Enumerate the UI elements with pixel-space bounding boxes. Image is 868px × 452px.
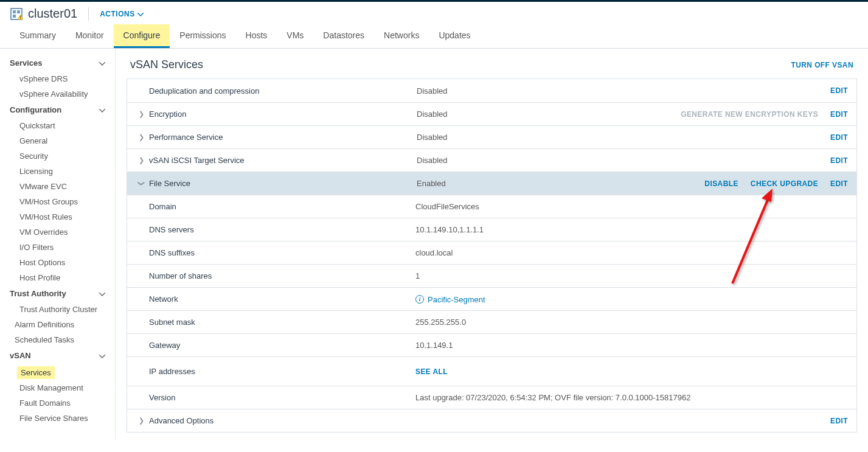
row-performance-service[interactable]: ❯ Performance Service Disabled EDIT xyxy=(127,125,856,148)
check-upgrade-button[interactable]: CHECK UPGRADE xyxy=(751,179,818,188)
sidebar-item-host-profile[interactable]: Host Profile xyxy=(0,270,115,285)
edit-button[interactable]: EDIT xyxy=(830,110,848,119)
sidebar: Services vSphere DRS vSphere Availabilit… xyxy=(0,49,116,440)
sidebar-item-vsphere-drs[interactable]: vSphere DRS xyxy=(0,71,115,86)
row-ip-addresses: IP addresses SEE ALL xyxy=(127,356,856,386)
tab-summary[interactable]: Summary xyxy=(10,24,66,48)
chevron-down-icon xyxy=(137,10,144,18)
row-value: Last upgrade: 07/23/2020, 6:54:32 PM; OV… xyxy=(415,393,848,402)
sidebar-item-quickstart[interactable]: Quickstart xyxy=(0,118,115,133)
sidebar-item-general[interactable]: General xyxy=(0,133,115,148)
sidebar-group-configuration[interactable]: Configuration xyxy=(0,102,115,118)
row-label: Encryption xyxy=(149,110,417,119)
tab-networks[interactable]: Networks xyxy=(374,24,429,48)
row-label: vSAN iSCSI Target Service xyxy=(149,156,417,165)
cluster-icon: ! xyxy=(10,7,23,21)
row-value: Disabled xyxy=(417,86,830,96)
row-network: Network i Pacific-Segment xyxy=(127,287,856,310)
sidebar-item-vsan-services[interactable]: Services xyxy=(17,366,55,379)
cluster-title: cluster01 xyxy=(28,7,77,21)
row-dedup: Deduplication and compression Disabled E… xyxy=(127,79,856,102)
row-iscsi-target[interactable]: ❯ vSAN iSCSI Target Service Disabled EDI… xyxy=(127,148,856,172)
page-header: ! cluster01 ACTIONS xyxy=(0,2,868,24)
row-version: Version Last upgrade: 07/23/2020, 6:54:3… xyxy=(127,386,856,409)
info-icon: i xyxy=(415,295,424,304)
row-domain: Domain CloudFileServices xyxy=(127,195,856,218)
row-label: Gateway xyxy=(136,341,415,350)
edit-button[interactable]: EDIT xyxy=(830,133,848,142)
see-all-button[interactable]: SEE ALL xyxy=(415,367,448,376)
sidebar-group-trust-authority[interactable]: Trust Authority xyxy=(0,285,115,302)
row-number-of-shares: Number of shares 1 xyxy=(127,264,856,287)
disable-button[interactable]: DISABLE xyxy=(704,179,738,188)
edit-button[interactable]: EDIT xyxy=(830,417,848,425)
sidebar-group-services[interactable]: Services xyxy=(0,55,115,71)
row-value: i Pacific-Segment xyxy=(415,294,848,304)
sidebar-item-host-options[interactable]: Host Options xyxy=(0,255,115,270)
chevron-down-icon xyxy=(99,105,105,114)
row-label: Domain xyxy=(136,202,415,211)
row-value: Enabled xyxy=(417,179,704,188)
chevron-right-icon: ❯ xyxy=(136,417,147,425)
row-label: Version xyxy=(136,393,415,402)
edit-button[interactable]: EDIT xyxy=(830,86,848,95)
edit-button[interactable]: EDIT xyxy=(830,156,848,165)
row-dns-suffixes: DNS suffixes cloud.local xyxy=(127,241,856,264)
tab-permissions[interactable]: Permissions xyxy=(170,24,235,48)
row-advanced-options[interactable]: ❯ Advanced Options EDIT xyxy=(127,409,856,432)
main-tabs: Summary Monitor Configure Permissions Ho… xyxy=(0,24,868,49)
turn-off-vsan-button[interactable]: TURN OFF VSAN xyxy=(791,61,853,69)
row-file-service[interactable]: ❯ File Service Enabled DISABLE CHECK UPG… xyxy=(127,172,856,195)
row-label: Network xyxy=(136,294,415,304)
sidebar-item-vsphere-availability[interactable]: vSphere Availability xyxy=(0,86,115,102)
row-label: Number of shares xyxy=(136,271,415,280)
sidebar-item-licensing[interactable]: Licensing xyxy=(0,164,115,179)
chevron-down-icon: ❯ xyxy=(137,178,145,189)
chevron-down-icon xyxy=(99,58,105,68)
sidebar-item-security[interactable]: Security xyxy=(0,148,115,164)
sidebar-item-io-filters[interactable]: I/O Filters xyxy=(0,240,115,255)
svg-rect-3 xyxy=(13,15,16,18)
sidebar-item-fault-domains[interactable]: Fault Domains xyxy=(0,395,115,411)
row-encryption[interactable]: ❯ Encryption Disabled GENERATE NEW ENCRY… xyxy=(127,102,856,125)
sidebar-item-trust-authority-cluster[interactable]: Trust Authority Cluster xyxy=(0,302,115,317)
tab-configure[interactable]: Configure xyxy=(114,24,170,48)
row-value: Disabled xyxy=(417,156,830,165)
row-value: 1 xyxy=(415,271,848,280)
tab-monitor[interactable]: Monitor xyxy=(66,24,114,48)
row-value: cloud.local xyxy=(415,248,848,257)
network-link[interactable]: i Pacific-Segment xyxy=(415,295,485,304)
row-value: SEE ALL xyxy=(415,367,848,376)
chevron-right-icon: ❯ xyxy=(136,110,147,118)
row-value: 10.1.149.1 xyxy=(415,341,848,350)
row-label: Deduplication and compression xyxy=(149,86,417,96)
tab-vms[interactable]: VMs xyxy=(277,24,313,48)
row-value: Disabled xyxy=(417,133,830,142)
row-subnet-mask: Subnet mask 255.255.255.0 xyxy=(127,310,856,333)
sidebar-item-scheduled-tasks[interactable]: Scheduled Tasks xyxy=(0,332,115,347)
row-label: Performance Service xyxy=(149,133,417,142)
sidebar-item-disk-management[interactable]: Disk Management xyxy=(0,380,115,395)
row-label: DNS servers xyxy=(136,225,415,234)
sidebar-item-vmware-evc[interactable]: VMware EVC xyxy=(0,179,115,194)
sidebar-item-alarm-definitions[interactable]: Alarm Definitions xyxy=(0,317,115,332)
chevron-down-icon xyxy=(99,351,105,360)
chevron-right-icon: ❯ xyxy=(136,156,147,164)
edit-button[interactable]: EDIT xyxy=(830,179,848,188)
actions-label: ACTIONS xyxy=(100,10,135,18)
sidebar-item-vm-host-groups[interactable]: VM/Host Groups xyxy=(0,194,115,209)
row-label: Subnet mask xyxy=(136,318,415,327)
chevron-right-icon: ❯ xyxy=(136,133,147,141)
actions-dropdown[interactable]: ACTIONS xyxy=(100,10,144,18)
sidebar-item-vm-host-rules[interactable]: VM/Host Rules xyxy=(0,209,115,224)
row-value: 255.255.255.0 xyxy=(415,318,848,327)
row-gateway: Gateway 10.1.149.1 xyxy=(127,333,856,356)
row-value: 10.1.149.10,1.1.1.1 xyxy=(415,225,848,234)
tab-updates[interactable]: Updates xyxy=(429,24,480,48)
sidebar-item-file-service-shares[interactable]: File Service Shares xyxy=(0,411,115,426)
sidebar-item-vm-overrides[interactable]: VM Overrides xyxy=(0,224,115,240)
tab-datastores[interactable]: Datastores xyxy=(313,24,374,48)
tab-hosts[interactable]: Hosts xyxy=(236,24,277,48)
sidebar-group-vsan[interactable]: vSAN xyxy=(0,347,115,364)
row-label: IP addresses xyxy=(136,367,415,376)
